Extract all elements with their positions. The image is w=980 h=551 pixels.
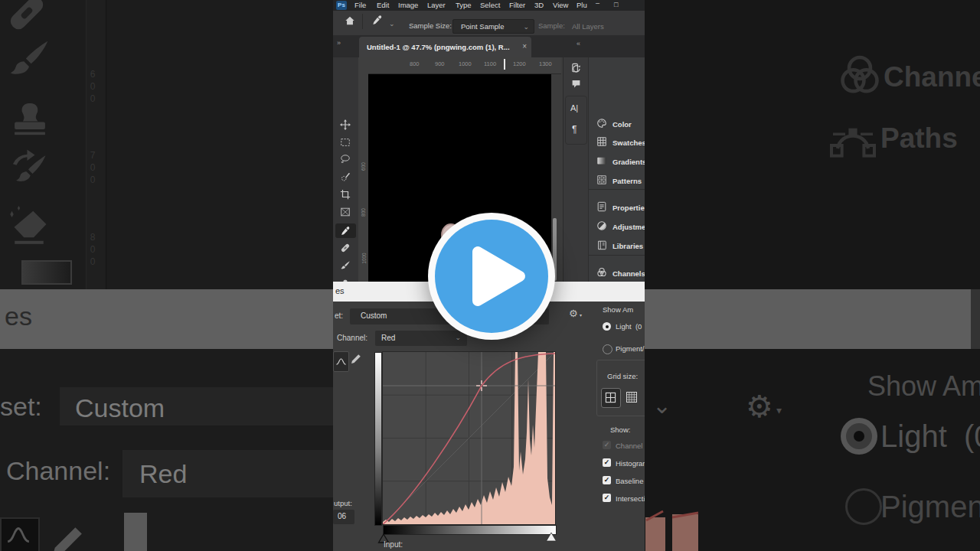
menu-bar: Ps File Edit Image Layer Type Select Fil… [333,0,645,11]
healing-brush-tool-icon[interactable] [340,243,351,253]
eraser-icon [6,204,52,249]
show-amount-label: Show Am [603,305,633,314]
restore-button[interactable]: □ [614,1,618,8]
panel-tab-adjustments[interactable]: Adjustments [589,217,645,235]
panel-icon-column: A| ¶ [563,57,589,282]
ruler-tick-label: 900 [435,60,445,67]
bg-ruler-number: 600 [87,69,98,106]
bg-curves-title-fragment: es [5,302,32,331]
input-highlight-slider[interactable] [545,532,557,543]
photoshop-logo: Ps [336,1,347,10]
intersection-label: Intersection [616,494,645,503]
menu-3d[interactable]: 3D [534,1,544,9]
sample-size-dropdown[interactable]: Point Sample ⌄ [452,19,534,34]
output-gradient-bar [374,352,382,526]
menu-type[interactable]: Type [456,1,472,9]
pigment-radio[interactable] [603,344,612,354]
grid-size-label: Grid size: [607,372,638,380]
grid-tenth-button[interactable] [625,390,639,404]
bg-pencil-icon [47,522,87,551]
histogram-checkbox[interactable]: ✓ [603,458,611,467]
document-tab[interactable]: Untitled-1 @ 47.7% (pngwing.com (1), R..… [359,37,531,57]
adjustments-panel-icon [596,220,607,231]
chevron-down-icon: ⌄ [523,23,529,31]
channel-overlays-checkbox[interactable]: ✓ [603,441,611,449]
eyedropper-options-icon[interactable] [371,15,383,26]
tab-overflow-right-icon[interactable]: « [577,40,580,47]
document-tab-bar: » Untitled-1 @ 47.7% (pngwing.com (1), R… [333,35,645,57]
curves-title-fragment: es [335,286,345,295]
vertical-ruler: 600 800 1000 1200 [358,73,369,282]
panel-tab-swatches[interactable]: Swatches [589,132,645,151]
preset-label: et: [335,311,343,320]
tab-overflow-left-icon[interactable]: » [337,39,341,47]
marquee-tool-icon[interactable] [340,137,351,148]
menu-edit[interactable]: Edit [377,1,389,9]
panel-tab-libraries[interactable]: Libraries [589,236,645,254]
panels-dock: Color Swatches Gradients Patterns Proper… [588,57,645,282]
bg-ruler-number: 700 [87,150,98,187]
bg-pigment-label: Pigment/ [880,490,980,524]
panel-tab-gradients[interactable]: Gradients [589,152,645,170]
draw-curve-pencil-icon[interactable] [350,353,362,365]
character-panel-icon[interactable]: A| [570,103,578,112]
panel-tab-color[interactable]: Color [589,114,645,132]
bg-chevron-down-icon: ⌄ [652,392,671,419]
menu-file[interactable]: File [354,1,366,9]
curves-plot[interactable] [383,352,555,524]
curves-options-gear-icon[interactable]: ⚙ [569,308,578,319]
grid-quarter-button[interactable] [601,388,621,408]
menu-image[interactable]: Image [398,1,418,9]
show-label: Show: [610,425,630,434]
menu-select[interactable]: Select [480,1,500,9]
history-brush-icon [5,148,52,196]
history-panel-icon[interactable] [570,63,582,74]
lasso-tool-icon[interactable] [340,154,351,165]
menu-layer[interactable]: Layer [427,1,446,9]
play-button[interactable] [427,212,556,341]
bg-channels-label: Channels [884,61,980,93]
quick-selection-tool-icon[interactable] [340,171,351,182]
minimize-button[interactable]: – [596,0,599,7]
bg-light-radio [841,418,877,455]
brush-tool-icon[interactable] [340,260,351,271]
panel-tab-patterns[interactable]: Patterns [589,171,645,189]
move-tool-icon[interactable] [340,119,351,130]
tools-panel [333,57,359,282]
bg-ruler-number: 800 [87,232,98,269]
channel-overlays-label: Channel [616,442,642,450]
paragraph-panel-icon[interactable]: ¶ [572,124,577,135]
frame-tool-icon[interactable] [340,207,351,217]
channels-icon [836,52,884,99]
input-label: Input: [384,540,403,549]
grid-4x4-icon [626,391,638,403]
tool-preset-chevron-icon[interactable]: ⌄ [389,20,395,28]
comments-panel-icon[interactable] [571,79,581,89]
menu-plugins[interactable]: Plu [577,1,587,9]
light-radio[interactable] [603,322,611,331]
ruler-tick-label: 1100 [484,60,496,67]
baseline-checkbox[interactable]: ✓ [603,476,611,484]
menu-filter[interactable]: Filter [509,1,525,9]
paths-icon [828,115,877,164]
menu-view[interactable]: View [553,1,568,9]
clone-stamp-icon [8,95,52,139]
output-value-field[interactable]: 06 [333,510,354,524]
crop-tool-icon[interactable] [340,189,351,200]
panel-tab-properties[interactable]: Properties [589,197,645,216]
output-label: utput: [334,499,352,507]
sample-label: Sample: [538,21,565,30]
bg-preset-label: set: [0,392,42,422]
bg-preset-value: Custom [75,393,165,423]
intersection-checkbox[interactable]: ✓ [603,494,611,502]
home-icon[interactable] [345,15,355,26]
light-radio-label: Light (0 [616,322,642,331]
close-tab-icon[interactable]: × [522,42,527,51]
eyedropper-tool-selected[interactable] [335,223,356,238]
horizontal-ruler: 800 900 1000 1100 1200 1300 1400 ^ [358,57,561,74]
color-panel-icon [596,118,607,129]
bg-channel-value: Red [139,459,187,489]
panel-tab-channels[interactable]: Channels [589,263,645,282]
ruler-tick-label: 1200 [513,60,526,67]
point-curve-toggle[interactable] [333,351,349,372]
